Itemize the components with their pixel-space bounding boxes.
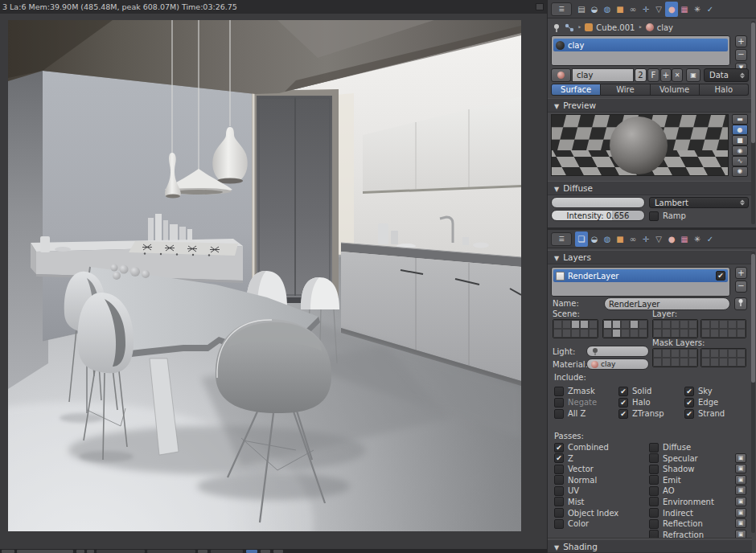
remove-layer-button[interactable]: − [735,281,747,293]
ramp-checkbox[interactable]: Ramp [649,211,686,221]
layer-toggle[interactable] [710,358,719,367]
tab-physics[interactable]: ✓ [704,231,717,247]
tab-texture[interactable]: ▦ [678,231,691,247]
tab-object-data[interactable]: ▽ [652,231,665,247]
layer-toggle[interactable] [562,320,571,329]
tab-object-data[interactable]: ▽ [652,2,665,17]
checkbox-ztransp[interactable]: ✔ZTransp [618,408,664,419]
layer-toggle[interactable] [662,320,671,329]
new-material-button[interactable]: + [660,68,672,82]
nodes-icon[interactable] [565,23,574,32]
preview-flat-button[interactable]: ▬ [732,114,748,125]
layer-toggle[interactable] [612,320,621,329]
layer-toggle[interactable] [737,320,746,329]
exclude-pass-button[interactable]: ▣ [735,453,746,463]
tab-constraints[interactable]: ∞ [627,2,639,17]
layer-toggle[interactable] [639,329,647,338]
checkbox-normal[interactable]: Normal [554,475,618,485]
layer-toggle[interactable] [680,329,688,338]
add-layer-button[interactable]: + [735,267,747,279]
tab-object[interactable]: ■ [614,2,627,17]
layer-toggle[interactable] [553,329,562,338]
layers-section-header[interactable]: ▼Layers [548,250,752,264]
checkbox-uv[interactable]: UV [554,485,618,496]
exclude-pass-button[interactable]: ▣ [735,485,746,495]
layer-toggle[interactable] [688,320,697,329]
preview-sky-button[interactable]: ✺ [732,166,748,177]
checkbox-halo[interactable]: ✔Halo [618,397,664,408]
render-layer-list[interactable]: RenderLayer ✔ [551,267,730,297]
exclude-pass-button[interactable]: ▣ [735,464,746,473]
tab-physics[interactable]: ✓ [704,2,717,17]
checkbox-vector[interactable]: Vector [554,464,618,474]
layer-name-field[interactable]: RenderLayer [604,297,730,310]
add-slot-button[interactable]: + [735,35,747,47]
layer-toggle[interactable] [710,329,719,338]
checkbox-indirect[interactable]: Indirect [649,508,714,518]
layer-toggle[interactable] [621,329,630,338]
layer-toggle[interactable] [728,358,737,367]
layer-toggle[interactable] [671,329,680,338]
tab-material[interactable]: ● [665,231,678,247]
layer-toggle[interactable] [653,349,662,358]
checkbox-z[interactable]: ✔Z [554,453,618,464]
layer-toggle[interactable] [737,329,746,338]
checkbox-object-index[interactable]: Object Index [554,508,618,518]
checkbox-ao[interactable]: AO [649,485,714,496]
diffuse-intensity-slider[interactable]: Intensity: 0.656 [551,210,645,221]
checkbox-color[interactable]: Color [554,518,618,529]
layer-toggle[interactable] [701,329,710,338]
type-tab-surface[interactable]: Surface [551,84,601,96]
editor-type-button[interactable]: ☰ [551,2,572,16]
material-override-field[interactable]: clay [586,358,649,370]
checkbox-combined[interactable]: ✔Combined [554,442,618,453]
tab-scene[interactable]: ◒ [588,2,601,17]
nodes-toggle-button[interactable]: ▣ [686,68,701,82]
layer-toggle[interactable] [603,320,612,329]
breadcrumb-material[interactable]: clay [657,23,673,32]
tab-object[interactable]: ■ [614,231,627,247]
pin-layer-button[interactable] [734,297,747,310]
layer-toggle[interactable] [680,358,688,367]
tab-scene[interactable]: ◒ [588,231,601,247]
layer-grid-1[interactable] [652,319,698,338]
layer-toggle[interactable] [701,320,710,329]
layer-toggle[interactable] [653,329,662,338]
preview-section-header[interactable]: ▼Preview [548,98,752,113]
layer-toggle[interactable] [671,358,680,367]
remove-slot-button[interactable]: − [735,49,747,61]
layer-toggle[interactable] [680,320,688,329]
fake-user-button[interactable]: F [647,68,659,82]
layer-toggle[interactable] [589,329,598,338]
layer-toggle[interactable] [710,349,719,358]
preview-sphere-button[interactable]: ● [732,125,748,135]
preview-cube-button[interactable]: ■ [732,135,748,145]
tab-world[interactable]: ◍ [601,231,614,247]
render-layer-row[interactable]: RenderLayer ✔ [553,269,728,282]
checkbox-all-z[interactable]: All Z [554,408,597,419]
layer-toggle[interactable] [728,329,737,338]
exclude-pass-button[interactable]: ▣ [735,475,746,485]
checkbox-diffuse[interactable]: Diffuse [649,442,714,453]
layer-toggle[interactable] [701,349,710,358]
users-count-button[interactable]: 2 [635,68,647,82]
unlink-material-button[interactable]: ✕ [672,68,683,82]
material-name-field[interactable]: clay [572,68,634,82]
layer-toggle[interactable] [728,320,737,329]
tab-render-layers[interactable]: ❏ [575,231,588,247]
layer-enabled-checkbox[interactable]: ✔ [716,271,725,281]
layer-grid-2[interactable] [701,319,746,338]
layer-toggle[interactable] [621,320,630,329]
tab-modifiers[interactable]: ✛ [639,231,652,247]
layer-toggle[interactable] [688,329,697,338]
browse-material-button[interactable] [551,68,571,82]
checkbox-mist[interactable]: Mist [554,497,618,507]
layer-toggle[interactable] [653,358,662,367]
image-editor-toolbar[interactable] [0,549,547,553]
layer-toggle[interactable] [580,329,589,338]
type-tab-halo[interactable]: Halo [700,84,749,96]
tab-modifiers[interactable]: ✛ [639,2,652,17]
layer-toggle[interactable] [710,320,719,329]
checkbox-solid[interactable]: ✔Solid [618,386,664,396]
layer-toggle[interactable] [671,320,680,329]
